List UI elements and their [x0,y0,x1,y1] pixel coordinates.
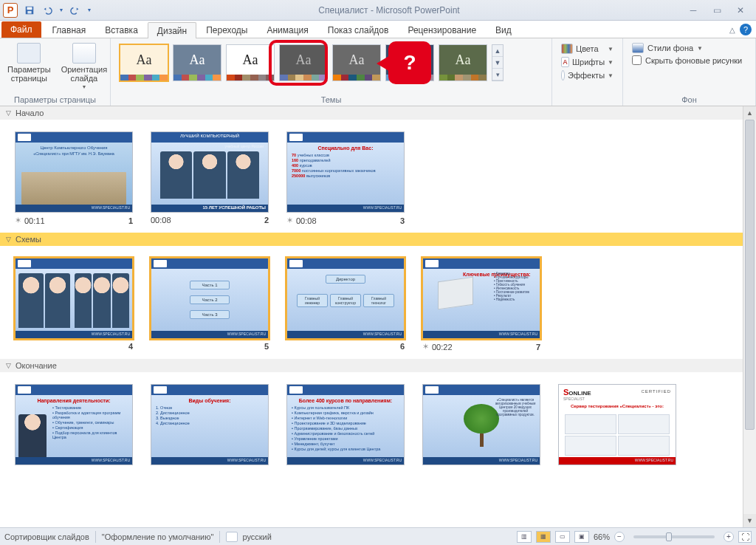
minimize-button[interactable]: ─ [685,4,701,17]
effects-icon [561,70,565,80]
theme-options-group: Цвета▼ AШрифты▼ Эффекты▼ [552,38,623,106]
ribbon-minimize-icon[interactable]: △ [729,26,735,34]
zoom-in-button[interactable]: + [724,532,734,542]
close-button[interactable]: ✕ [732,4,749,17]
tab-slideshow[interactable]: Показ слайдов [318,21,399,38]
page-setup-icon [17,43,41,64]
slide-10[interactable]: Более 400 курсов по направлениям: • Курс… [286,384,405,465]
title-bar: P ▼ ▼ Специалист - Microsoft PowerPoint … [0,0,756,21]
undo-icon[interactable] [40,3,55,18]
tab-home[interactable]: Главная [43,21,96,38]
group-label: Фон [628,94,751,104]
bg-styles-button[interactable]: Стили фона▼ [632,43,746,53]
sorter-view-button[interactable]: ▦ [536,531,551,543]
animation-star-icon[interactable]: ✶ [286,216,293,225]
language-label[interactable]: русский [242,532,271,541]
scroll-up-icon[interactable]: ▲ [743,106,756,120]
theme-thumb-1[interactable]: Aa [120,44,168,81]
svg-rect-2 [27,10,31,13]
slide-2[interactable]: ЛУЧШИЙ КОМПЬЮТЕРНЫЙ учебный центр России… [151,131,269,225]
section-schemes: ▽Схемы WWW.SPECIALIST.RU 4 Часть 1Часть … [0,233,743,359]
help-icon[interactable]: ? [740,24,752,35]
slide-8[interactable]: Направления деятельности: • Тестирование… [15,384,133,465]
slide-12[interactable]: SONLINESPECIALIST CERTIFIED Сервер тести… [558,384,676,465]
section-header[interactable]: ▽Окончание [0,359,743,372]
view-mode-label: Сортировщик слайдов [4,532,89,541]
slide-7[interactable]: Ключевые преимущества: • Качество• Лучши… [422,258,540,352]
save-icon[interactable] [22,3,37,18]
animation-star-icon[interactable]: ✶ [15,216,21,225]
theme-label: "Оформление по умолчанию" [102,532,214,541]
theme-thumb-4[interactable]: Aa [279,44,328,81]
collapse-icon: ▽ [6,109,11,117]
themes-group: Aa Aa Aa Aa Aa Aa Aa ▲▼▾ Темы [111,38,552,106]
slide-3-list: 70 учебных классов160 преподавателей400 … [292,153,399,178]
page-setup-button[interactable]: Параметры страницы [4,41,54,91]
section-header[interactable]: ▽Начало [0,106,743,120]
slide-7-bullets: • Качество• Лучшие инструкторы• Престижн… [494,272,537,301]
fonts-button[interactable]: AШрифты▼ [560,56,615,68]
slide-orientation-button[interactable]: Ориентация слайда ▼ [58,41,110,91]
qat-customize-icon[interactable]: ▼ [86,3,93,18]
normal-view-button[interactable]: ▥ [517,531,532,543]
window-title: Специалист - Microsoft PowerPoint [93,5,685,16]
slide-5[interactable]: Часть 1Часть 2Часть 3 WWW.SPECIALIST.RU … [151,258,269,352]
slide-6[interactable]: Директор Главный инженер Главный констру… [286,258,405,352]
group-label: Темы [111,94,551,104]
zoom-label: 66% [594,532,610,541]
orientation-icon [72,43,96,64]
file-tab[interactable]: Файл [1,21,41,38]
tab-transitions[interactable]: Переходы [196,21,257,38]
slideshow-view-button[interactable]: ▣ [574,531,589,543]
ribbon-tabs: Файл Главная Вставка Дизайн Переходы Ани… [0,21,756,38]
scroll-thumb[interactable] [745,120,755,430]
vertical-scrollbar[interactable]: ▲ ▼ [743,106,756,527]
collapse-icon: ▽ [6,236,11,243]
slide-11[interactable]: «Специалист» является авторизованным уче… [422,384,540,465]
colors-icon [561,44,573,54]
annotation-callout: ? [388,41,431,84]
scroll-down-icon[interactable]: ▼ [743,514,756,527]
window-controls: ─ ▭ ✕ [685,4,753,17]
app-icon[interactable]: P [3,3,18,18]
theme-thumb-5[interactable]: Aa [332,44,381,81]
svg-rect-1 [27,7,32,10]
effects-button[interactable]: Эффекты▼ [560,69,615,81]
zoom-slider[interactable] [633,535,715,538]
tab-animations[interactable]: Анимация [257,21,317,38]
page-setup-group: Параметры страницы Ориентация слайда ▼ П… [0,38,111,106]
section-start: ▽Начало Центр Компьютерного Обучения «Сп… [0,106,743,233]
spellcheck-icon[interactable] [226,532,238,542]
maximize-button[interactable]: ▭ [709,4,725,17]
tab-view[interactable]: Вид [486,21,521,38]
section-end: ▽Окончание Направления деятельности: • Т… [0,359,743,473]
tab-review[interactable]: Рецензирование [398,21,486,38]
section-header[interactable]: ▽Схемы [0,233,743,246]
slide-sorter: ▽Начало Центр Компьютерного Обучения «Сп… [0,106,743,527]
zoom-out-button[interactable]: − [614,532,625,542]
undo-dropdown-icon[interactable]: ▼ [58,3,65,18]
background-group: Стили фона▼ Скрыть фоновые рисунки Фон [623,38,756,106]
tab-design[interactable]: Дизайн [148,22,196,38]
theme-thumb-2[interactable]: Aa [173,44,221,81]
reading-view-button[interactable]: ▭ [555,531,570,543]
theme-thumb-7[interactable]: Aa [439,44,487,81]
quick-access-toolbar: ▼ ▼ [22,3,93,18]
slide-9[interactable]: Виды обучения: 1. Очное2. Дистанционное3… [151,384,269,465]
ribbon: Параметры страницы Ориентация слайда ▼ П… [0,38,756,106]
redo-icon[interactable] [68,3,83,18]
fit-to-window-button[interactable]: ⛶ [738,531,752,543]
status-bar: Сортировщик слайдов "Оформление по умолч… [0,527,756,545]
theme-thumb-3[interactable]: Aa [226,44,275,81]
colors-button[interactable]: Цвета▼ [560,43,615,55]
collapse-icon: ▽ [6,362,11,369]
animation-star-icon[interactable]: ✶ [422,342,429,352]
group-label [557,94,618,104]
themes-more-button[interactable]: ▲▼▾ [492,44,504,81]
slide-1[interactable]: Центр Компьютерного Обучения «Специалист… [15,131,133,225]
slide-3[interactable]: Специально для Вас: 70 учебных классов16… [286,131,405,225]
bg-styles-icon [632,43,644,53]
hide-bg-checkbox[interactable]: Скрыть фоновые рисунки [632,55,746,65]
tab-insert[interactable]: Вставка [95,21,148,38]
slide-4[interactable]: WWW.SPECIALIST.RU 4 [15,258,133,352]
